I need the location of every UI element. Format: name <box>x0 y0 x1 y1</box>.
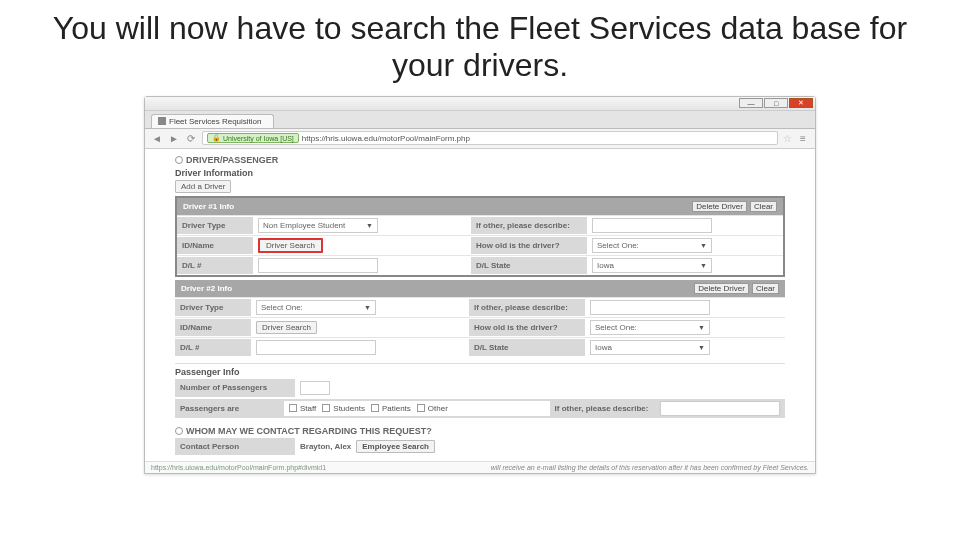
slide-title: You will now have to search the Fleet Se… <box>0 0 960 88</box>
section-driver-passenger: DRIVER/PASSENGER <box>175 155 785 165</box>
dl-state-select[interactable]: Iowa▼ <box>590 340 710 355</box>
window-titlebar: — □ ✕ <box>145 97 815 111</box>
checkbox-patients[interactable] <box>371 404 379 412</box>
maximize-button[interactable]: □ <box>764 98 788 108</box>
browser-tab[interactable]: Fleet Services Requisition <box>151 114 274 128</box>
clear-driver-button[interactable]: Clear <box>752 283 779 294</box>
other-desc-input[interactable] <box>592 218 712 233</box>
label-other-desc: If other, please describe: <box>471 217 587 234</box>
url-text: https://hris.uiowa.edu/motorPool/mainFor… <box>302 134 470 143</box>
passengers-are-row: Passengers are Staff Students Patients O… <box>175 399 785 418</box>
driver-info-heading: Driver Information <box>175 168 785 178</box>
passenger-other-input[interactable] <box>660 401 780 416</box>
chevron-down-icon: ▼ <box>698 324 705 331</box>
tab-bar: Fleet Services Requisition <box>145 111 815 129</box>
page-content: DRIVER/PASSENGER Driver Information Add … <box>145 149 815 461</box>
radio-icon[interactable] <box>175 156 183 164</box>
label-driver-type: Driver Type <box>177 217 253 234</box>
ev-cert-badge: 🔒 University of Iowa [US] <box>207 133 299 143</box>
driver-2-bar: Driver #2 Info Delete Driver Clear <box>175 280 785 297</box>
label-id-name: ID/Name <box>177 237 253 254</box>
delete-driver-button[interactable]: Delete Driver <box>694 283 749 294</box>
tab-title: Fleet Services Requisition <box>169 117 261 126</box>
radio-icon[interactable] <box>175 427 183 435</box>
dl-number-input[interactable] <box>258 258 378 273</box>
url-box[interactable]: 🔒 University of Iowa [US] https://hris.u… <box>202 131 778 145</box>
employee-search-button[interactable]: Employee Search <box>356 440 435 453</box>
browser-window: — □ ✕ Fleet Services Requisition ◄ ► ⟳ 🔒… <box>144 96 816 474</box>
chevron-down-icon: ▼ <box>700 262 707 269</box>
status-bar: https://hris.uiowa.edu/motorPool/mainFor… <box>145 461 815 473</box>
contact-person-row: Contact Person Brayton, Alex Employee Se… <box>175 438 785 455</box>
other-desc-input[interactable] <box>590 300 710 315</box>
chevron-down-icon: ▼ <box>366 222 373 229</box>
divider <box>175 363 785 364</box>
driver-age-select[interactable]: Select One:▼ <box>592 238 712 253</box>
status-url: https://hris.uiowa.edu/motorPool/mainFor… <box>151 464 326 471</box>
driver-search-button-highlighted[interactable]: Driver Search <box>258 238 323 253</box>
checkbox-students[interactable] <box>322 404 330 412</box>
menu-button[interactable]: ≡ <box>797 132 809 144</box>
driver-1-section: Driver #1 Info Delete Driver Clear Drive… <box>175 196 785 277</box>
driver-type-select[interactable]: Select One:▼ <box>256 300 376 315</box>
chevron-down-icon: ▼ <box>700 242 707 249</box>
chevron-down-icon: ▼ <box>364 304 371 311</box>
close-button[interactable]: ✕ <box>789 98 813 108</box>
num-passengers-row: Number of Passengers <box>175 379 785 397</box>
checkbox-staff[interactable] <box>289 404 297 412</box>
driver-age-select[interactable]: Select One:▼ <box>590 320 710 335</box>
favicon-icon <box>158 117 166 125</box>
lock-icon: 🔒 <box>212 134 221 142</box>
minimize-button[interactable]: — <box>739 98 763 108</box>
chevron-down-icon: ▼ <box>698 344 705 351</box>
delete-driver-button[interactable]: Delete Driver <box>692 201 747 212</box>
driver-2-section: Driver #2 Info Delete Driver Clear Drive… <box>175 280 785 357</box>
clear-driver-button[interactable]: Clear <box>750 201 777 212</box>
label-dl-state: D/L State <box>471 257 587 274</box>
label-how-old: How old is the driver? <box>471 237 587 254</box>
status-note: will receive an e-mail listing the detai… <box>491 464 809 471</box>
checkbox-other[interactable] <box>417 404 425 412</box>
address-bar: ◄ ► ⟳ 🔒 University of Iowa [US] https://… <box>145 129 815 149</box>
back-button[interactable]: ◄ <box>151 132 163 144</box>
driver-type-select[interactable]: Non Employee Student▼ <box>258 218 378 233</box>
forward-button[interactable]: ► <box>168 132 180 144</box>
section-contact: WHOM MAY WE CONTACT REGARDING THIS REQUE… <box>175 426 785 436</box>
reload-button[interactable]: ⟳ <box>185 132 197 144</box>
label-dl-num: D/L # <box>177 257 253 274</box>
contact-name: Brayton, Alex <box>300 442 351 451</box>
dl-number-input[interactable] <box>256 340 376 355</box>
bookmark-star-icon[interactable]: ☆ <box>783 133 792 144</box>
driver-search-button[interactable]: Driver Search <box>256 321 317 334</box>
add-driver-button[interactable]: Add a Driver <box>175 180 231 193</box>
num-passengers-input[interactable] <box>300 381 330 395</box>
driver-1-bar: Driver #1 Info Delete Driver Clear <box>177 198 783 215</box>
passenger-info-heading: Passenger Info <box>175 367 785 377</box>
dl-state-select[interactable]: Iowa▼ <box>592 258 712 273</box>
